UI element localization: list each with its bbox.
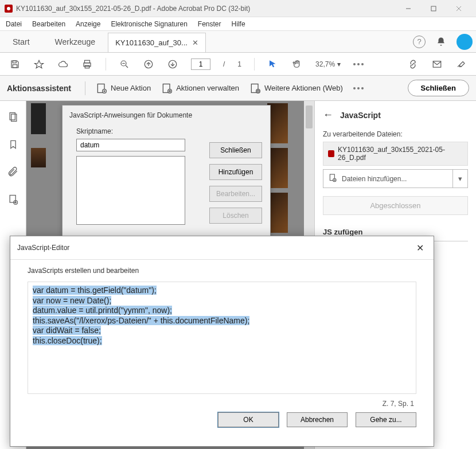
add-files-button[interactable]: Dateien hinzufügen... (323, 169, 453, 188)
cloud-icon[interactable] (57, 58, 69, 70)
wizard-new-action[interactable]: Neue Aktion (96, 83, 151, 94)
link-icon[interactable] (407, 58, 419, 70)
zoom-out-icon[interactable] (119, 58, 130, 70)
pdf-icon (328, 150, 334, 157)
print-icon[interactable] (81, 58, 93, 70)
mail-icon[interactable] (431, 58, 443, 70)
hand-icon[interactable] (291, 58, 303, 70)
menu-edit[interactable]: Bearbeiten (32, 20, 65, 28)
page-number-input[interactable] (191, 58, 210, 70)
editor-close-icon[interactable]: ✕ (413, 241, 427, 255)
convert-icon[interactable] (7, 194, 19, 205)
page-total: 1 (237, 60, 241, 68)
add-files-label: Dateien hinzufügen... (342, 175, 407, 183)
file-name: KY1011630_auf_30x155_2021-05-26_D.pdf (338, 146, 463, 162)
chevron-down-icon: ▾ (337, 60, 341, 68)
page-separator: / (223, 60, 225, 68)
cursor-position: Z. 7, Sp. 1 (10, 397, 434, 410)
save-icon[interactable] (9, 58, 21, 70)
svg-marker-6 (35, 60, 44, 68)
new-action-icon (96, 83, 107, 94)
wizard-manage-label: Aktionen verwalten (176, 84, 239, 92)
wizard-more-web[interactable]: Weitere Aktionen (Web) (249, 83, 343, 94)
menu-bar: Datei Bearbeiten Anzeige Elektronische S… (0, 17, 476, 31)
tab-close-icon[interactable]: ✕ (192, 38, 198, 47)
manage-icon (161, 83, 173, 94)
done-button[interactable]: Abgeschlossen (323, 196, 468, 215)
svg-rect-9 (85, 65, 89, 68)
wizard-more-icon[interactable] (353, 87, 364, 89)
bell-icon[interactable] (436, 37, 446, 47)
pages-icon[interactable] (7, 111, 19, 123)
dialog-add-button[interactable]: Hinzufügen (209, 164, 262, 180)
code-line: this.closeDoc(true); (33, 336, 102, 345)
editor-dialog-title: JavaScript-Editor (17, 244, 413, 252)
star-icon[interactable] (33, 58, 45, 70)
dialog-edit-button[interactable]: Bearbeiten... (209, 186, 262, 202)
tab-tools[interactable]: Werkzeuge (42, 31, 108, 52)
code-line: var now = new Date(); (33, 296, 111, 305)
maximize-button[interactable] (421, 0, 446, 17)
menu-view[interactable]: Anzeige (76, 20, 100, 28)
web-icon (249, 83, 261, 94)
svg-rect-7 (85, 60, 90, 63)
editor-cancel-button[interactable]: Abbrechen (287, 412, 348, 427)
sign-icon[interactable] (455, 58, 467, 70)
prev-page-icon[interactable] (143, 58, 154, 70)
attachment-icon[interactable] (7, 166, 19, 178)
wizard-manage[interactable]: Aktionen verwalten (161, 83, 239, 94)
help-icon[interactable]: ? (413, 36, 426, 48)
file-item[interactable]: KY1011630_auf_30x155_2021-05-26_D.pdf (323, 142, 468, 166)
more-icon[interactable] (353, 63, 364, 65)
right-pane-title: JavaScript (340, 111, 381, 120)
wizard-title: Aktionsassistent (7, 84, 75, 93)
bookmark-icon[interactable] (7, 139, 19, 150)
editor-subtitle: JavaScripts erstellen und bearbeiten (10, 260, 434, 278)
code-line: this.saveAs("/l/xerox/ps-Dateien/" + thi… (33, 316, 249, 325)
svg-rect-5 (13, 64, 17, 67)
action-wizard-bar: Aktionsassistent Neue Aktion Aktionen ve… (0, 76, 476, 101)
tab-row: Start Werkzeuge KY1011630_auf_30... ✕ ? (0, 31, 476, 53)
menu-file[interactable]: Datei (6, 20, 22, 28)
dialog-close-button[interactable]: Schließen (209, 142, 262, 158)
page-thumb (31, 103, 46, 134)
add-files-dropdown[interactable]: ▾ (453, 169, 468, 188)
app-icon (5, 5, 13, 13)
script-name-label: Skriptname: (63, 125, 270, 136)
editor-ok-button[interactable]: OK (218, 412, 279, 427)
javascript-editor-dialog: JavaScript-Editor ✕ JavaScripts erstelle… (10, 236, 434, 447)
dialog-title: JavaScript-Anweisungen für Dokumente (63, 106, 270, 125)
title-bar: KY1011630_auf_30x155_2021-05-26_D.pdf - … (0, 0, 476, 17)
back-icon[interactable]: ← (323, 109, 333, 121)
svg-rect-1 (431, 6, 436, 11)
dialog-delete-button[interactable]: Löschen (209, 208, 262, 224)
code-editor[interactable]: var datum = this.getField("datum"); var … (28, 282, 416, 394)
menu-help[interactable]: Hilfe (232, 20, 245, 28)
avatar[interactable] (457, 34, 473, 50)
zoom-value: 32,7% (315, 60, 335, 68)
page-thumb (31, 148, 46, 167)
script-list[interactable] (76, 156, 185, 225)
menu-window[interactable]: Fenster (198, 20, 221, 28)
minimize-button[interactable] (396, 0, 421, 17)
close-window-button[interactable] (446, 0, 471, 17)
tab-start[interactable]: Start (0, 31, 42, 52)
wizard-more-web-label: Weitere Aktionen (Web) (264, 84, 343, 92)
pointer-icon[interactable] (267, 58, 279, 70)
menu-esig[interactable]: Elektronische Signaturen (111, 20, 187, 28)
svg-line-11 (126, 65, 128, 68)
svg-point-21 (168, 89, 172, 93)
next-page-icon[interactable] (167, 58, 178, 70)
wizard-close-button[interactable]: Schließen (408, 80, 469, 96)
add-file-icon (328, 173, 337, 184)
window-title: KY1011630_auf_30x155_2021-05-26_D.pdf - … (16, 5, 396, 13)
files-label: Zu verarbeitende Dateien: (323, 130, 468, 138)
main-toolbar: / 1 32,7% ▾ (0, 53, 476, 76)
code-line: var datum = this.getField("datum"); (33, 286, 157, 295)
tab-document[interactable]: KY1011630_auf_30... ✕ (108, 33, 206, 52)
script-name-input[interactable] (76, 139, 185, 151)
document-scripts-dialog: JavaScript-Anweisungen für Dokumente Skr… (62, 105, 271, 238)
svg-rect-4 (13, 61, 16, 63)
editor-goto-button[interactable]: Gehe zu... (356, 412, 416, 427)
zoom-select[interactable]: 32,7% ▾ (315, 60, 341, 68)
